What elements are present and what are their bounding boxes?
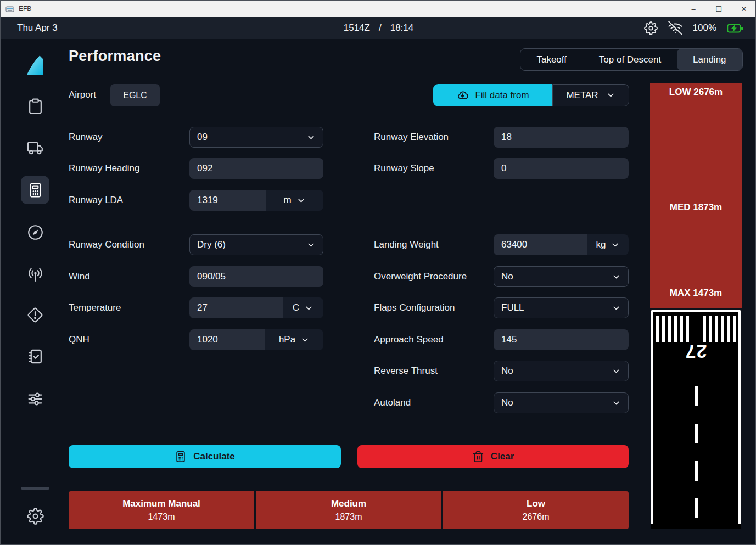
window-titlebar: EFB – ☐ ✕ bbox=[1, 1, 756, 17]
chevron-down-icon bbox=[306, 240, 316, 250]
landing-weight-label: Landing Weight bbox=[374, 239, 439, 250]
distance-max-label: MAX 1473m bbox=[650, 288, 742, 299]
result-value: 2676m bbox=[523, 512, 550, 522]
approach-speed-input[interactable] bbox=[494, 329, 629, 350]
sidebar-item-warnings[interactable] bbox=[21, 301, 49, 329]
result-value: 1473m bbox=[148, 512, 175, 522]
results-bar: Maximum Manual 1473m Medium 1873m Low 26… bbox=[69, 491, 629, 529]
chevron-down-icon bbox=[296, 196, 306, 205]
sidebar-item-calculator[interactable] bbox=[21, 176, 49, 204]
chevron-down-icon bbox=[606, 91, 615, 100]
runway-slope-input[interactable] bbox=[494, 158, 629, 179]
qnh-unit: hPa bbox=[279, 334, 295, 345]
tab-top-of-descent[interactable]: Top of Descent bbox=[583, 49, 676, 70]
status-clock: 1514Z / 18:14 bbox=[1, 23, 756, 33]
sidebar-item-clipboard[interactable] bbox=[21, 92, 49, 120]
runway-centerline bbox=[695, 386, 698, 526]
tab-takeoff[interactable]: Takeoff bbox=[520, 49, 583, 70]
distance-low-label: LOW 2676m bbox=[650, 87, 742, 98]
runway-lda-input[interactable] bbox=[189, 190, 266, 211]
calculate-label: Calculate bbox=[193, 451, 235, 462]
sidebar-item-settings[interactable] bbox=[21, 502, 49, 530]
chevron-down-icon bbox=[612, 398, 621, 408]
distance-med-label: MED 1873m bbox=[650, 202, 742, 213]
temperature-label: Temperature bbox=[69, 302, 121, 313]
result-value: 1873m bbox=[335, 512, 362, 522]
landing-weight-input[interactable] bbox=[494, 234, 587, 255]
utc-time: 1514Z bbox=[344, 23, 370, 33]
runway-value: 09 bbox=[197, 132, 208, 143]
runway-condition-value: Dry (6) bbox=[197, 239, 226, 250]
sidebar-item-preferences[interactable] bbox=[21, 385, 49, 413]
fill-source-select[interactable]: METAR bbox=[552, 84, 629, 106]
reverse-thrust-label: Reverse Thrust bbox=[374, 366, 438, 377]
sidebar-item-checklist[interactable] bbox=[21, 342, 49, 370]
warning-icon bbox=[26, 306, 44, 324]
calculate-button[interactable]: Calculate bbox=[69, 445, 341, 468]
runway-elevation-input[interactable] bbox=[494, 127, 629, 148]
runway-heading-input[interactable] bbox=[189, 158, 323, 179]
flaps-configuration-select[interactable]: FULL bbox=[494, 297, 629, 318]
sidebar-item-compass[interactable] bbox=[21, 218, 49, 246]
runway-lda-label: Runway LDA bbox=[69, 195, 123, 206]
landing-weight-unit-select[interactable]: kg bbox=[587, 234, 629, 255]
calculator-icon bbox=[27, 182, 43, 198]
overweight-procedure-select[interactable]: No bbox=[494, 266, 629, 287]
close-icon[interactable]: ✕ bbox=[731, 1, 756, 17]
notebook-check-icon bbox=[27, 348, 44, 365]
chevron-down-icon bbox=[612, 367, 621, 376]
sidebar-item-truck[interactable] bbox=[21, 133, 49, 162]
reverse-thrust-select[interactable]: No bbox=[494, 361, 629, 381]
clear-button[interactable]: Clear bbox=[357, 445, 629, 468]
truck-icon bbox=[27, 139, 44, 156]
result-label: Medium bbox=[331, 498, 366, 509]
calculator-icon bbox=[175, 451, 187, 463]
minimize-icon[interactable]: – bbox=[681, 1, 706, 17]
airport-button[interactable]: EGLC bbox=[110, 84, 160, 106]
temperature-unit: C bbox=[293, 302, 299, 313]
performance-tabs: Takeoff Top of Descent Landing bbox=[520, 48, 743, 71]
tab-landing[interactable]: Landing bbox=[677, 49, 742, 70]
flaps-configuration-value: FULL bbox=[501, 302, 524, 313]
chevron-down-icon bbox=[612, 304, 621, 313]
chevron-down-icon bbox=[300, 335, 310, 345]
runway-label: Runway bbox=[69, 132, 102, 143]
runway-lda-unit: m bbox=[283, 195, 291, 206]
app-icon bbox=[5, 4, 14, 13]
runway-select[interactable]: 09 bbox=[189, 127, 323, 148]
result-low: Low 2676m bbox=[443, 491, 629, 529]
temperature-input[interactable] bbox=[189, 297, 283, 318]
autoland-value: No bbox=[501, 397, 513, 408]
window-title: EFB bbox=[19, 5, 31, 13]
sidebar-item-antenna[interactable] bbox=[21, 261, 49, 289]
app-logo bbox=[21, 51, 49, 80]
runway-slope-label: Runway Slope bbox=[374, 163, 434, 174]
autoland-select[interactable]: No bbox=[494, 392, 629, 413]
fill-data-button[interactable]: Fill data from bbox=[433, 84, 552, 106]
time-separator: / bbox=[379, 23, 382, 33]
runway-heading-label: Runway Heading bbox=[69, 163, 139, 174]
local-time: 18:14 bbox=[390, 23, 414, 33]
reverse-thrust-value: No bbox=[501, 366, 513, 377]
runway-lda-unit-select[interactable]: m bbox=[266, 190, 323, 211]
trash-icon bbox=[472, 451, 484, 463]
runway-number: 27 bbox=[651, 341, 741, 362]
compass-icon bbox=[27, 224, 44, 241]
clear-label: Clear bbox=[491, 451, 514, 462]
overweight-procedure-value: No bbox=[501, 271, 513, 282]
maximize-icon[interactable]: ☐ bbox=[706, 1, 731, 17]
autoland-label: Autoland bbox=[374, 397, 411, 408]
qnh-input[interactable] bbox=[189, 329, 265, 350]
antenna-icon bbox=[27, 267, 44, 284]
runway-threshold-stripes bbox=[656, 316, 736, 342]
temperature-unit-select[interactable]: C bbox=[283, 297, 323, 318]
chevron-down-icon bbox=[612, 272, 621, 282]
wind-input[interactable] bbox=[189, 266, 323, 287]
status-bar: Thu Apr 3 1514Z / 18:14 100% bbox=[1, 17, 756, 39]
qnh-unit-select[interactable]: hPa bbox=[265, 329, 323, 350]
runway-condition-select[interactable]: Dry (6) bbox=[189, 234, 323, 255]
fill-source-value: METAR bbox=[566, 90, 598, 101]
overweight-procedure-label: Overweight Procedure bbox=[374, 271, 467, 282]
result-label: Maximum Manual bbox=[122, 498, 200, 509]
chevron-down-icon bbox=[304, 304, 313, 313]
